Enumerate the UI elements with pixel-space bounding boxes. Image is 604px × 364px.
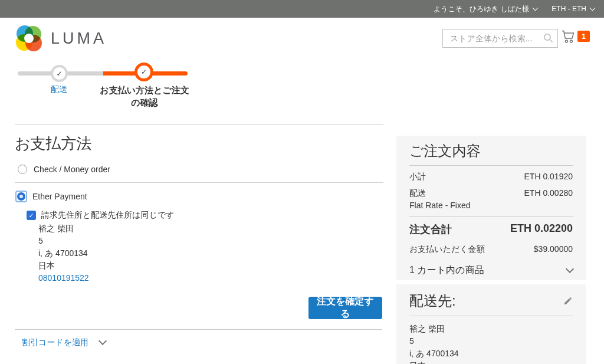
payment-method-ether[interactable]: Ether Payment xyxy=(15,191,87,202)
address-line: 裕之 柴田 xyxy=(409,323,573,335)
ship-to-header: 配送先: xyxy=(409,293,573,316)
discount-code-toggle[interactable]: 割引コードを適用 xyxy=(22,337,106,348)
summary-title: ご注文内容 xyxy=(409,143,573,166)
order-summary-panel: ご注文内容 小計 ETH 0.01920 配送 Flat Rate - Fixe… xyxy=(396,136,586,280)
store-logo[interactable]: LUMA xyxy=(16,25,107,51)
currency-text: ETH - ETH xyxy=(552,5,586,13)
shipping-label: 配送 xyxy=(409,188,426,198)
currency-switcher[interactable]: ETH - ETH xyxy=(552,5,595,13)
top-bar: ようこそ、ひろゆき しばた様 ETH - ETH xyxy=(0,0,604,18)
divider xyxy=(15,329,382,330)
phone-link[interactable]: 08010191522 xyxy=(38,272,89,284)
search-box xyxy=(442,29,558,48)
radio-unchecked-icon[interactable] xyxy=(18,165,27,174)
cart-items-label: 1 カート内の商品 xyxy=(409,264,484,277)
shipping-address: 裕之 柴田 5 i, あ 4700134 日本 xyxy=(409,323,573,364)
same-address-row[interactable]: 請求先住所と配送先住所は同じです xyxy=(27,210,175,221)
amount-paid-value: $39.00000 xyxy=(534,244,573,254)
step-shipping-circle xyxy=(51,65,68,82)
shipping-method: Flat Rate - Fixed xyxy=(409,201,470,210)
address-line: 裕之 柴田 xyxy=(38,222,89,235)
place-order-button[interactable]: 注文を確定する xyxy=(308,297,382,319)
welcome-text: ようこそ、ひろゆき しばた様 xyxy=(434,4,529,14)
cart-count-badge: 1 xyxy=(577,31,590,42)
check-icon xyxy=(56,70,62,78)
edit-pencil-icon[interactable] xyxy=(563,296,573,306)
divider xyxy=(15,124,383,124)
step-shipping-label[interactable]: 配送 xyxy=(40,84,78,95)
discount-link-label: 割引コードを適用 xyxy=(22,337,88,348)
welcome-menu[interactable]: ようこそ、ひろゆき しばた様 xyxy=(434,4,537,14)
shipping-value: ETH 0.00280 xyxy=(524,188,573,198)
order-total-row: 注文合計 ETH 0.02200 xyxy=(409,222,573,237)
divider xyxy=(409,216,573,217)
chevron-down-icon xyxy=(533,5,539,11)
divider xyxy=(15,182,383,183)
order-total-value: ETH 0.02200 xyxy=(510,222,573,235)
step-payment-circle xyxy=(134,63,153,81)
shipping-row: 配送 Flat Rate - Fixed ETH 0.00280 xyxy=(409,188,573,210)
subtotal-label: 小計 xyxy=(409,172,426,182)
luma-logo-icon xyxy=(16,25,42,51)
billing-address: 裕之 柴田 5 i, あ 4700134 日本 08010191522 xyxy=(38,222,89,284)
minicart-button[interactable]: 1 xyxy=(561,30,590,44)
address-line: 5 xyxy=(409,335,573,347)
search-input[interactable] xyxy=(442,29,558,48)
chevron-down-icon xyxy=(566,264,574,273)
chevron-down-icon xyxy=(99,337,107,345)
step-payment-label: お支払い方法とご注文の確認 xyxy=(96,84,193,109)
address-line: i, あ 4700134 xyxy=(409,347,573,360)
ship-to-panel: 配送先: 裕之 柴田 5 i, あ 4700134 日本 xyxy=(396,284,586,364)
subtotal-value: ETH 0.01920 xyxy=(524,172,573,181)
logo-text: LUMA xyxy=(51,29,107,48)
cart-items-toggle[interactable]: 1 カート内の商品 xyxy=(409,264,573,280)
cart-icon xyxy=(561,30,576,44)
payment-method-label: Check / Money order xyxy=(34,165,110,174)
address-line: 5 xyxy=(38,235,89,247)
checkbox-checked-icon[interactable] xyxy=(27,211,36,220)
payment-method-check[interactable]: Check / Money order xyxy=(18,165,110,174)
check-icon xyxy=(141,68,147,76)
address-line: 日本 xyxy=(409,360,573,364)
payment-title: お支払方法 xyxy=(15,133,92,154)
ship-to-title: 配送先: xyxy=(409,293,456,309)
same-address-label: 請求先住所と配送先住所は同じです xyxy=(41,210,175,221)
radio-checked-icon[interactable] xyxy=(15,191,27,202)
address-line: i, あ 4700134 xyxy=(38,247,89,260)
payment-method-label: Ether Payment xyxy=(32,192,87,201)
order-total-label: 注文合計 xyxy=(409,222,452,237)
chevron-down-icon xyxy=(590,5,596,11)
address-line: 日本 xyxy=(38,260,89,272)
amount-paid-label: お支払いただく金額 xyxy=(409,244,485,255)
amount-paid-row: お支払いただく金額 $39.00000 xyxy=(409,244,573,255)
search-icon xyxy=(543,33,553,43)
subtotal-row: 小計 ETH 0.01920 xyxy=(409,172,573,182)
